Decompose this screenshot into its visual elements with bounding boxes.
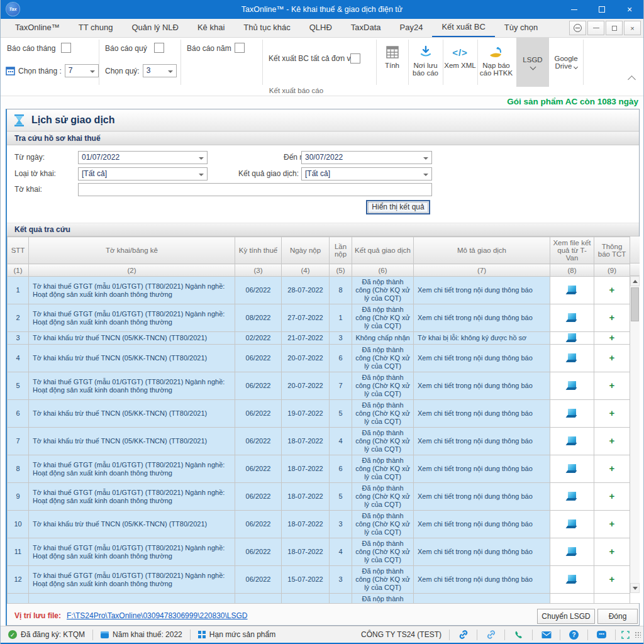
menu-item-thu-tuc-khac[interactable]: Thủ tục khác — [234, 19, 299, 37]
table-row[interactable]: 6 Tờ khai khấu trừ thuế TNCN (05/KK-TNCN… — [8, 400, 630, 428]
menu-item-ket-xuat-bc[interactable]: Kết xuất BC — [432, 19, 494, 37]
transaction-result-select[interactable]: [Tất cả] — [301, 167, 432, 180]
file-location-link[interactable]: F:\TS24Pro\TaxOnline\0309478306999\22083… — [67, 611, 248, 620]
menu-item-taxonline[interactable]: TaxOnline™ — [6, 19, 69, 37]
column-header-5[interactable]: Lần nộp — [330, 237, 352, 264]
from-date-select[interactable]: 01/07/2022 — [78, 151, 208, 164]
menu-item-taxdata[interactable]: TaxData — [341, 19, 391, 37]
minimize-button[interactable] — [560, 0, 588, 19]
report-location-button[interactable]: Nơi lưu báo cáo — [409, 38, 442, 87]
column-header-2[interactable]: Tờ khai/bảng kê — [29, 237, 235, 264]
menu-item-tuy-chon[interactable]: Tùy chọn — [495, 19, 547, 37]
transfer-lsgd-button[interactable]: Chuyển LSGD — [537, 609, 595, 624]
all-units-checkbox[interactable] — [350, 53, 360, 64]
view-tvan-file-icon[interactable] — [568, 381, 576, 389]
share-link-button[interactable] — [477, 626, 504, 643]
table-row[interactable]: 10 Tờ khai khấu trừ thuế TNCN (05/KK-TNC… — [8, 511, 630, 538]
scroll-down-button[interactable] — [630, 583, 640, 593]
monthly-report-checkbox[interactable] — [61, 43, 71, 53]
column-header-1[interactable]: STT — [8, 237, 29, 264]
menu-item-tt-chung[interactable]: TT chung — [69, 19, 123, 37]
view-tvan-file-icon[interactable] — [568, 409, 576, 416]
table-row[interactable]: 12 Tờ khai thuế GTGT (mẫu 01/GTGT) (TT80… — [8, 566, 630, 594]
month-select[interactable]: 7 — [65, 64, 99, 77]
declaration-input[interactable] — [78, 183, 432, 196]
table-row[interactable]: 5 Tờ khai thuế GTGT (mẫu 01/GTGT) (TT80/… — [8, 372, 630, 400]
to-date-select[interactable]: 30/07/2022 — [301, 151, 432, 164]
view-xml-button[interactable]: </> Xem XML — [443, 38, 477, 87]
menu-item-quan-ly-nld[interactable]: Quản lý NLĐ — [123, 19, 188, 37]
column-header-4[interactable]: Ngày nộp — [282, 237, 330, 264]
view-tvan-file-icon[interactable] — [568, 492, 576, 499]
lsgd-button[interactable]: LSGD — [516, 38, 549, 87]
view-tvan-file-icon[interactable] — [568, 519, 576, 527]
calc-button[interactable]: Tính — [377, 38, 408, 87]
phone-button[interactable] — [505, 626, 532, 643]
view-tvan-file-icon[interactable] — [568, 333, 576, 341]
table-row[interactable]: 1 Tờ khai thuế GTGT (mẫu 01/GTGT) (TT80/… — [8, 277, 630, 304]
menu-item-qlhd[interactable]: QLHĐ — [300, 19, 341, 37]
quarterly-report-checkbox[interactable] — [154, 43, 164, 53]
table-row[interactable]: Đã nộp thành công (Chờ KQ xử lý của CQT)… — [8, 594, 630, 604]
tct-notice-plus-icon[interactable]: + — [609, 574, 615, 584]
menu-item-pay24[interactable]: Pay24 — [391, 19, 433, 37]
product-quota-item[interactable]: Hạn mức sản phẩm — [191, 626, 283, 643]
help-button[interactable]: ? — [560, 626, 587, 643]
tct-notice-plus-icon[interactable]: + — [609, 380, 615, 391]
show-results-button[interactable]: Hiển thị kết quả — [366, 200, 430, 214]
column-header-3[interactable]: Kỳ tính thuế — [235, 237, 282, 264]
view-tvan-file-icon[interactable] — [568, 313, 576, 321]
tct-notice-plus-icon[interactable]: + — [609, 435, 615, 446]
table-row[interactable]: 7 Tờ khai khấu trừ thuế TNCN (05/KK-TNCN… — [8, 428, 630, 455]
view-tvan-file-icon[interactable] — [568, 547, 576, 555]
tct-notice-plus-icon[interactable]: + — [609, 463, 615, 474]
view-tvan-file-icon[interactable] — [568, 286, 576, 293]
menu-item-ke-khai[interactable]: Kê khai — [188, 19, 234, 37]
ribbon-collapse-circle-button[interactable] — [569, 21, 586, 35]
close-panel-button[interactable]: Đóng — [597, 609, 638, 624]
yearly-report-checkbox[interactable] — [235, 43, 245, 53]
column-header-8[interactable]: Xem file kết quả từ T-Van — [550, 237, 594, 264]
tct-notice-plus-icon[interactable]: + — [609, 332, 615, 343]
scrollbar-thumb[interactable] — [631, 287, 639, 321]
vertical-scrollbar[interactable] — [630, 236, 640, 603]
tct-notice-plus-icon[interactable]: + — [609, 491, 615, 501]
resize-grip[interactable] — [635, 631, 641, 638]
mdi-close-button[interactable]: × — [624, 21, 641, 35]
triangle-up-icon — [633, 280, 638, 283]
mail-button[interactable] — [533, 626, 560, 643]
table-row[interactable]: 3 Tờ khai khấu trừ thuế TNCN (05/KK-TNCN… — [8, 332, 630, 345]
table-row[interactable]: 9 Tờ khai thuế GTGT (mẫu 01/GTGT) (TT80/… — [8, 483, 630, 511]
tct-notice-plus-icon[interactable]: + — [609, 284, 615, 295]
column-header-6[interactable]: Kết quả giao dịch — [352, 237, 414, 264]
mdi-restore-button[interactable] — [606, 21, 623, 35]
scroll-up-button[interactable] — [630, 276, 640, 286]
table-row[interactable]: 4 Tờ khai khấu trừ thuế TNCN (05/KK-TNCN… — [8, 345, 630, 372]
view-tvan-file-icon[interactable] — [568, 353, 576, 361]
collapse-ribbon-chevron[interactable] — [628, 75, 636, 84]
tct-notice-plus-icon[interactable]: + — [609, 352, 615, 363]
declaration-type-select[interactable]: [Tất cả] — [78, 167, 208, 180]
google-drive-button[interactable]: Google Drive — [550, 38, 582, 87]
column-header-9[interactable]: Thông báo TCT — [594, 237, 630, 264]
table-row[interactable]: 11 Tờ khai thuế GTGT (mẫu 01/GTGT) (TT80… — [8, 538, 630, 566]
quarter-select[interactable]: 3 — [143, 64, 177, 77]
table-row[interactable]: 8 Tờ khai thuế GTGT (mẫu 01/GTGT) (TT80/… — [8, 455, 630, 483]
chat-button[interactable]: ••• — [588, 626, 615, 643]
attach-link-button[interactable] — [450, 626, 477, 643]
tct-notice-plus-icon[interactable]: + — [609, 312, 615, 323]
mdi-minimize-button[interactable] — [587, 21, 604, 35]
table-row[interactable]: 2 Tờ khai thuế GTGT (mẫu 01/GTGT) (TT80/… — [8, 304, 630, 332]
close-button[interactable]: × — [616, 0, 643, 19]
maximize-button[interactable] — [588, 0, 616, 19]
expand-button[interactable] — [616, 626, 635, 643]
view-tvan-file-icon[interactable] — [568, 575, 576, 582]
tct-notice-plus-icon[interactable]: + — [609, 408, 615, 418]
view-tvan-file-icon[interactable] — [568, 464, 576, 472]
load-htkk-button[interactable]: Nạp báo cáo HTKK — [478, 38, 514, 87]
column-header-7[interactable]: Mô tả giao dịch — [414, 237, 550, 264]
tct-notice-plus-icon[interactable]: + — [609, 546, 615, 557]
tct-notice-plus-icon[interactable]: + — [609, 518, 615, 529]
view-tvan-file-icon[interactable] — [568, 436, 576, 444]
scrollbar-track[interactable] — [630, 286, 640, 583]
